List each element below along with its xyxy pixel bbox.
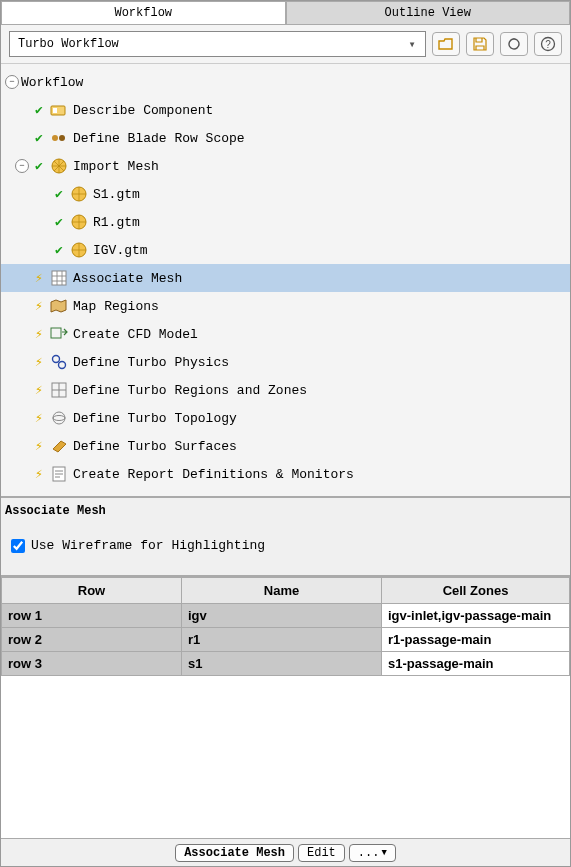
tree-item-define-turbo-topology[interactable]: ⚡ Define Turbo Topology — [1, 404, 570, 432]
svg-rect-10 — [52, 271, 66, 285]
svg-point-13 — [59, 362, 66, 369]
lightning-icon: ⚡ — [31, 382, 47, 398]
associate-mesh-button[interactable]: Associate Mesh — [175, 844, 294, 862]
col-header-cell-zones[interactable]: Cell Zones — [382, 578, 570, 604]
regions-icon — [49, 380, 69, 400]
save-button[interactable] — [466, 32, 494, 56]
tree-item-import-mesh[interactable]: − ✔ Import Mesh — [1, 152, 570, 180]
tree-item-mesh-s1[interactable]: ✔ S1.gtm — [1, 180, 570, 208]
col-header-row[interactable]: Row — [2, 578, 182, 604]
cell-zones[interactable]: r1-passage-main — [382, 628, 570, 652]
more-actions-button[interactable]: ... ▼ — [349, 844, 396, 862]
tree-root-label: Workflow — [21, 75, 83, 90]
table-row[interactable]: row 2 r1 r1-passage-main — [2, 628, 570, 652]
tree-item-label: Import Mesh — [73, 159, 159, 174]
check-icon: ✔ — [51, 186, 67, 202]
mesh-sphere-icon — [69, 212, 89, 232]
lightning-icon: ⚡ — [31, 298, 47, 314]
grid-icon — [49, 268, 69, 288]
panel-title: Associate Mesh — [1, 496, 570, 522]
report-icon — [49, 464, 69, 484]
scope-icon — [49, 128, 69, 148]
check-icon: ✔ — [31, 158, 47, 174]
cell-zones[interactable]: s1-passage-main — [382, 652, 570, 676]
surfaces-icon — [49, 436, 69, 456]
tree-item-define-turbo-physics[interactable]: ⚡ Define Turbo Physics — [1, 348, 570, 376]
cell-row: row 3 — [2, 652, 182, 676]
tree-item-label: Create CFD Model — [73, 327, 198, 342]
lightning-icon: ⚡ — [31, 326, 47, 342]
tree-item-mesh-igv[interactable]: ✔ IGV.gtm — [1, 236, 570, 264]
help-button[interactable]: ? — [534, 32, 562, 56]
tree-item-label: Associate Mesh — [73, 271, 182, 286]
svg-rect-11 — [51, 328, 61, 338]
tree-item-define-blade-row-scope[interactable]: ✔ Define Blade Row Scope — [1, 124, 570, 152]
tree-item-label: R1.gtm — [93, 215, 140, 230]
open-folder-button[interactable] — [432, 32, 460, 56]
tree-item-associate-mesh[interactable]: ⚡ Associate Mesh — [1, 264, 570, 292]
check-icon: ✔ — [31, 130, 47, 146]
more-label: ... — [358, 846, 380, 860]
svg-point-12 — [53, 356, 60, 363]
tree-root-workflow[interactable]: − Workflow — [1, 68, 570, 96]
tree-item-label: Define Blade Row Scope — [73, 131, 245, 146]
collapse-icon[interactable]: − — [15, 159, 29, 173]
tree-item-define-turbo-surfaces[interactable]: ⚡ Define Turbo Surfaces — [1, 432, 570, 460]
cfd-icon — [49, 324, 69, 344]
tree-item-create-report[interactable]: ⚡ Create Report Definitions & Monitors — [1, 460, 570, 488]
tab-outline-view[interactable]: Outline View — [286, 1, 571, 24]
tree-item-label: Describe Component — [73, 103, 213, 118]
associate-mesh-table: Row Name Cell Zones row 1 igv igv-inlet,… — [1, 576, 570, 838]
cell-name[interactable]: r1 — [182, 628, 382, 652]
cell-row: row 1 — [2, 604, 182, 628]
svg-text:?: ? — [545, 39, 551, 50]
workflow-tree: − Workflow ✔ Describe Component ✔ Define… — [1, 64, 570, 496]
panel-body: Use Wireframe for Highlighting — [1, 522, 570, 576]
tree-item-label: Define Turbo Surfaces — [73, 439, 237, 454]
lightning-icon: ⚡ — [31, 354, 47, 370]
check-icon: ✔ — [31, 102, 47, 118]
tab-bar: Workflow Outline View — [1, 1, 570, 25]
svg-point-5 — [59, 135, 65, 141]
svg-point-15 — [53, 412, 65, 424]
tree-item-create-cfd-model[interactable]: ⚡ Create CFD Model — [1, 320, 570, 348]
col-header-name[interactable]: Name — [182, 578, 382, 604]
mesh-sphere-icon — [69, 184, 89, 204]
physics-icon — [49, 352, 69, 372]
chevron-down-icon: ▼ — [381, 848, 386, 858]
use-wireframe-checkbox[interactable]: Use Wireframe for Highlighting — [11, 538, 560, 553]
tree-item-label: Create Report Definitions & Monitors — [73, 467, 354, 482]
tree-item-map-regions[interactable]: ⚡ Map Regions — [1, 292, 570, 320]
svg-point-16 — [53, 416, 65, 421]
topology-icon — [49, 408, 69, 428]
refresh-button[interactable] — [500, 32, 528, 56]
cell-name[interactable]: igv — [182, 604, 382, 628]
collapse-icon[interactable]: − — [5, 75, 19, 89]
svg-point-4 — [52, 135, 58, 141]
tree-item-mesh-r1[interactable]: ✔ R1.gtm — [1, 208, 570, 236]
table-row[interactable]: row 1 igv igv-inlet,igv-passage-main — [2, 604, 570, 628]
component-icon — [49, 100, 69, 120]
lightning-icon: ⚡ — [31, 410, 47, 426]
tree-item-describe-component[interactable]: ✔ Describe Component — [1, 96, 570, 124]
lightning-icon: ⚡ — [31, 438, 47, 454]
check-icon: ✔ — [51, 214, 67, 230]
toolbar: Turbo Workflow ▾ ? — [1, 25, 570, 64]
tree-item-define-turbo-regions[interactable]: ⚡ Define Turbo Regions and Zones — [1, 376, 570, 404]
cell-zones[interactable]: igv-inlet,igv-passage-main — [382, 604, 570, 628]
use-wireframe-input[interactable] — [11, 539, 25, 553]
table-row[interactable]: row 3 s1 s1-passage-main — [2, 652, 570, 676]
tab-workflow[interactable]: Workflow — [1, 1, 286, 24]
cell-row: row 2 — [2, 628, 182, 652]
use-wireframe-label: Use Wireframe for Highlighting — [31, 538, 265, 553]
workflow-select[interactable]: Turbo Workflow ▾ — [9, 31, 426, 57]
tree-item-label: Define Turbo Topology — [73, 411, 237, 426]
lightning-icon: ⚡ — [31, 270, 47, 286]
chevron-down-icon: ▾ — [403, 37, 421, 52]
check-icon: ✔ — [51, 242, 67, 258]
mesh-sphere-icon — [69, 240, 89, 260]
edit-button[interactable]: Edit — [298, 844, 345, 862]
cell-name[interactable]: s1 — [182, 652, 382, 676]
workflow-select-value: Turbo Workflow — [18, 37, 403, 51]
svg-rect-3 — [53, 108, 57, 113]
